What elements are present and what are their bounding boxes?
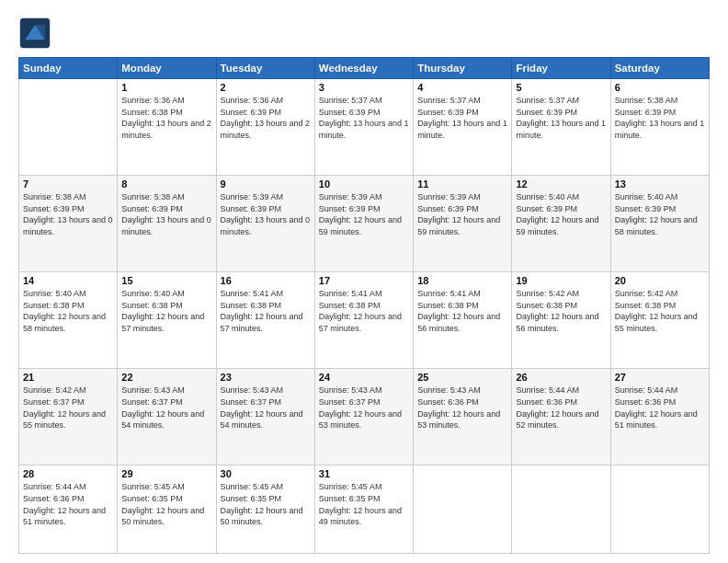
day-number: 5 <box>516 82 606 93</box>
table-row: 24Sunrise: 5:43 AMSunset: 6:37 PMDayligh… <box>314 369 413 465</box>
day-info: Sunrise: 5:40 AMSunset: 6:38 PMDaylight:… <box>23 288 113 334</box>
calendar-table: Sunday Monday Tuesday Wednesday Thursday… <box>18 57 710 554</box>
day-number: 9 <box>221 178 311 190</box>
table-row: 4Sunrise: 5:37 AMSunset: 6:39 PMDaylight… <box>414 79 512 176</box>
day-number: 8 <box>121 178 211 190</box>
table-row: 29Sunrise: 5:45 AMSunset: 6:35 PMDayligh… <box>118 465 216 554</box>
logo <box>18 17 55 50</box>
table-row <box>610 465 709 554</box>
day-info: Sunrise: 5:44 AMSunset: 6:36 PMDaylight:… <box>23 481 113 527</box>
day-number: 19 <box>516 275 606 286</box>
calendar-week-row: 7Sunrise: 5:38 AMSunset: 6:39 PMDaylight… <box>19 176 710 272</box>
day-info: Sunrise: 5:36 AMSunset: 6:39 PMDaylight:… <box>221 95 311 141</box>
calendar-header-row: Sunday Monday Tuesday Wednesday Thursday… <box>19 58 710 79</box>
day-number: 29 <box>121 468 211 479</box>
day-number: 31 <box>319 468 409 479</box>
table-row <box>512 465 610 554</box>
day-number: 4 <box>417 82 507 93</box>
day-info: Sunrise: 5:43 AMSunset: 6:37 PMDaylight:… <box>319 385 409 431</box>
table-row: 3Sunrise: 5:37 AMSunset: 6:39 PMDaylight… <box>314 79 413 176</box>
table-row: 15Sunrise: 5:40 AMSunset: 6:38 PMDayligh… <box>118 272 216 369</box>
table-row: 6Sunrise: 5:38 AMSunset: 6:39 PMDaylight… <box>610 79 709 176</box>
day-number: 22 <box>121 372 211 383</box>
day-info: Sunrise: 5:45 AMSunset: 6:35 PMDaylight:… <box>319 481 409 527</box>
day-info: Sunrise: 5:43 AMSunset: 6:36 PMDaylight:… <box>417 385 507 431</box>
day-info: Sunrise: 5:43 AMSunset: 6:37 PMDaylight:… <box>121 385 211 431</box>
table-row <box>414 465 512 554</box>
day-info: Sunrise: 5:37 AMSunset: 6:39 PMDaylight:… <box>417 95 507 141</box>
day-number: 12 <box>516 178 606 190</box>
day-number: 27 <box>615 372 705 383</box>
day-number: 21 <box>23 372 113 383</box>
day-info: Sunrise: 5:45 AMSunset: 6:35 PMDaylight:… <box>221 481 311 527</box>
day-number: 20 <box>615 275 705 286</box>
table-row: 25Sunrise: 5:43 AMSunset: 6:36 PMDayligh… <box>414 369 512 465</box>
page: Sunday Monday Tuesday Wednesday Thursday… <box>0 0 728 563</box>
day-info: Sunrise: 5:41 AMSunset: 6:38 PMDaylight:… <box>417 288 507 334</box>
day-info: Sunrise: 5:43 AMSunset: 6:37 PMDaylight:… <box>221 385 311 431</box>
table-row: 5Sunrise: 5:37 AMSunset: 6:39 PMDaylight… <box>512 79 610 176</box>
table-row: 23Sunrise: 5:43 AMSunset: 6:37 PMDayligh… <box>216 369 314 465</box>
col-monday: Monday <box>118 58 216 79</box>
day-info: Sunrise: 5:38 AMSunset: 6:39 PMDaylight:… <box>23 191 113 237</box>
day-number: 6 <box>615 82 705 93</box>
table-row: 21Sunrise: 5:42 AMSunset: 6:37 PMDayligh… <box>19 369 118 465</box>
table-row: 30Sunrise: 5:45 AMSunset: 6:35 PMDayligh… <box>216 465 314 554</box>
day-number: 14 <box>23 275 113 286</box>
col-sunday: Sunday <box>19 58 118 79</box>
day-number: 13 <box>615 178 705 190</box>
col-wednesday: Wednesday <box>314 58 413 79</box>
day-number: 30 <box>221 468 311 479</box>
day-info: Sunrise: 5:36 AMSunset: 6:38 PMDaylight:… <box>121 95 211 141</box>
day-number: 16 <box>221 275 311 286</box>
day-number: 17 <box>319 275 409 286</box>
day-info: Sunrise: 5:42 AMSunset: 6:38 PMDaylight:… <box>615 288 705 334</box>
day-number: 28 <box>23 468 113 479</box>
table-row: 22Sunrise: 5:43 AMSunset: 6:37 PMDayligh… <box>118 369 216 465</box>
col-thursday: Thursday <box>414 58 512 79</box>
logo-icon <box>18 17 51 50</box>
day-info: Sunrise: 5:41 AMSunset: 6:38 PMDaylight:… <box>319 288 409 334</box>
day-number: 7 <box>23 178 113 190</box>
day-number: 23 <box>221 372 311 383</box>
day-number: 26 <box>516 372 606 383</box>
table-row: 13Sunrise: 5:40 AMSunset: 6:39 PMDayligh… <box>610 176 709 272</box>
day-number: 2 <box>221 82 311 93</box>
table-row: 16Sunrise: 5:41 AMSunset: 6:38 PMDayligh… <box>216 272 314 369</box>
table-row: 19Sunrise: 5:42 AMSunset: 6:38 PMDayligh… <box>512 272 610 369</box>
day-info: Sunrise: 5:40 AMSunset: 6:39 PMDaylight:… <box>615 191 705 237</box>
col-tuesday: Tuesday <box>216 58 314 79</box>
header <box>18 17 710 50</box>
day-info: Sunrise: 5:42 AMSunset: 6:37 PMDaylight:… <box>23 385 113 431</box>
day-info: Sunrise: 5:40 AMSunset: 6:38 PMDaylight:… <box>121 288 211 334</box>
calendar-week-row: 1Sunrise: 5:36 AMSunset: 6:38 PMDaylight… <box>19 79 710 176</box>
day-info: Sunrise: 5:38 AMSunset: 6:39 PMDaylight:… <box>121 191 211 237</box>
day-number: 11 <box>417 178 507 190</box>
day-number: 15 <box>121 275 211 286</box>
day-number: 25 <box>417 372 507 383</box>
day-info: Sunrise: 5:44 AMSunset: 6:36 PMDaylight:… <box>615 385 705 431</box>
table-row: 17Sunrise: 5:41 AMSunset: 6:38 PMDayligh… <box>314 272 413 369</box>
day-number: 1 <box>121 82 211 93</box>
day-info: Sunrise: 5:37 AMSunset: 6:39 PMDaylight:… <box>516 95 606 141</box>
table-row <box>19 79 118 176</box>
day-number: 24 <box>319 372 409 383</box>
day-number: 10 <box>319 178 409 190</box>
table-row: 12Sunrise: 5:40 AMSunset: 6:39 PMDayligh… <box>512 176 610 272</box>
calendar-week-row: 28Sunrise: 5:44 AMSunset: 6:36 PMDayligh… <box>19 465 710 554</box>
table-row: 20Sunrise: 5:42 AMSunset: 6:38 PMDayligh… <box>610 272 709 369</box>
table-row: 11Sunrise: 5:39 AMSunset: 6:39 PMDayligh… <box>414 176 512 272</box>
day-info: Sunrise: 5:39 AMSunset: 6:39 PMDaylight:… <box>221 191 311 237</box>
table-row: 31Sunrise: 5:45 AMSunset: 6:35 PMDayligh… <box>314 465 413 554</box>
day-info: Sunrise: 5:42 AMSunset: 6:38 PMDaylight:… <box>516 288 606 334</box>
day-info: Sunrise: 5:45 AMSunset: 6:35 PMDaylight:… <box>121 481 211 527</box>
table-row: 28Sunrise: 5:44 AMSunset: 6:36 PMDayligh… <box>19 465 118 554</box>
col-friday: Friday <box>512 58 610 79</box>
table-row: 9Sunrise: 5:39 AMSunset: 6:39 PMDaylight… <box>216 176 314 272</box>
day-info: Sunrise: 5:39 AMSunset: 6:39 PMDaylight:… <box>417 191 507 237</box>
day-info: Sunrise: 5:41 AMSunset: 6:38 PMDaylight:… <box>221 288 311 334</box>
day-info: Sunrise: 5:39 AMSunset: 6:39 PMDaylight:… <box>319 191 409 237</box>
day-info: Sunrise: 5:40 AMSunset: 6:39 PMDaylight:… <box>516 191 606 237</box>
day-number: 18 <box>417 275 507 286</box>
table-row: 14Sunrise: 5:40 AMSunset: 6:38 PMDayligh… <box>19 272 118 369</box>
